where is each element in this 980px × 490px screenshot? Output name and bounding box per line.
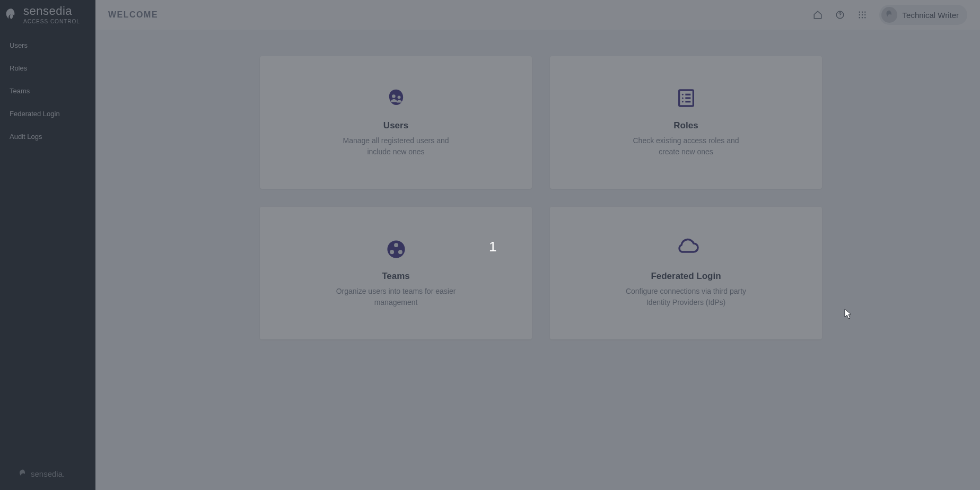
- svg-point-8: [859, 17, 860, 18]
- sidebar-item-audit-logs[interactable]: Audit Logs: [0, 125, 95, 148]
- sidebar: sensedia ACCESS CONTROL Users Roles Team…: [0, 0, 95, 490]
- brand-name: sensedia: [23, 5, 80, 17]
- app-root: sensedia ACCESS CONTROL Users Roles Team…: [0, 0, 980, 490]
- sidebar-item-teams[interactable]: Teams: [0, 80, 95, 102]
- card-desc: Organize users into teams for easier man…: [332, 286, 460, 308]
- footer-brand-text: sensedia.: [31, 469, 65, 478]
- sidebar-item-roles[interactable]: Roles: [0, 57, 95, 80]
- card-teams[interactable]: Teams Organize users into teams for easi…: [260, 207, 532, 339]
- header: WELCOME: [95, 0, 980, 30]
- sidebar-item-label: Users: [10, 41, 28, 49]
- help-icon[interactable]: [835, 10, 845, 20]
- card-title: Roles: [673, 120, 698, 131]
- user-name: Technical Writer: [903, 11, 959, 20]
- sidebar-footer: sensedia.: [0, 461, 95, 490]
- sidebar-nav: Users Roles Teams Federated Login Audit …: [0, 34, 95, 148]
- card-title: Users: [383, 120, 408, 131]
- svg-point-22: [390, 250, 394, 254]
- sidebar-item-federated-login[interactable]: Federated Login: [0, 102, 95, 125]
- card-desc: Check existing access roles and create n…: [623, 135, 750, 158]
- card-title: Federated Login: [651, 271, 721, 282]
- svg-point-1: [839, 16, 840, 17]
- main: Users Manage all registered users and in…: [95, 30, 980, 490]
- cloud-icon: [675, 238, 698, 261]
- svg-point-3: [861, 12, 862, 13]
- brand-text: sensedia ACCESS CONTROL: [23, 5, 80, 24]
- users-icon: [384, 88, 408, 111]
- svg-point-2: [859, 12, 860, 13]
- sidebar-item-label: Audit Logs: [10, 133, 42, 141]
- card-grid: Users Manage all registered users and in…: [260, 56, 822, 339]
- svg-point-23: [398, 250, 402, 254]
- card-users[interactable]: Users Manage all registered users and in…: [260, 56, 532, 189]
- svg-point-9: [861, 17, 862, 18]
- home-icon[interactable]: [812, 10, 823, 20]
- svg-point-10: [864, 17, 865, 18]
- sidebar-item-label: Federated Login: [10, 110, 60, 118]
- card-desc: Configure connections via third party Id…: [623, 286, 750, 308]
- footer-logo-icon: [18, 469, 28, 478]
- teams-icon: [384, 238, 408, 261]
- apps-grid-icon[interactable]: [857, 10, 868, 20]
- user-chip[interactable]: Technical Writer: [879, 5, 967, 25]
- list-icon: [675, 88, 698, 111]
- sidebar-item-users[interactable]: Users: [0, 34, 95, 57]
- brand-subtitle: ACCESS CONTROL: [23, 19, 80, 24]
- svg-point-11: [392, 94, 396, 98]
- brand-logo-icon: [3, 7, 19, 23]
- page-title: WELCOME: [108, 10, 158, 20]
- svg-point-16: [681, 98, 683, 99]
- svg-point-12: [397, 95, 400, 99]
- brand: sensedia ACCESS CONTROL: [0, 0, 95, 24]
- card-desc: Manage all registered users and include …: [332, 135, 460, 158]
- svg-point-21: [394, 243, 398, 247]
- sidebar-item-label: Roles: [10, 64, 27, 72]
- sidebar-item-label: Teams: [10, 87, 30, 95]
- svg-point-7: [864, 14, 865, 15]
- header-right: Technical Writer: [812, 5, 967, 25]
- avatar: [881, 7, 897, 23]
- svg-point-4: [864, 12, 865, 13]
- svg-point-6: [861, 14, 862, 15]
- card-title: Teams: [382, 271, 410, 282]
- card-roles[interactable]: Roles Check existing access roles and cr…: [550, 56, 822, 189]
- svg-point-14: [681, 94, 683, 95]
- svg-point-5: [859, 14, 860, 15]
- card-federated-login[interactable]: Federated Login Configure connections vi…: [550, 207, 822, 339]
- svg-point-18: [681, 101, 683, 102]
